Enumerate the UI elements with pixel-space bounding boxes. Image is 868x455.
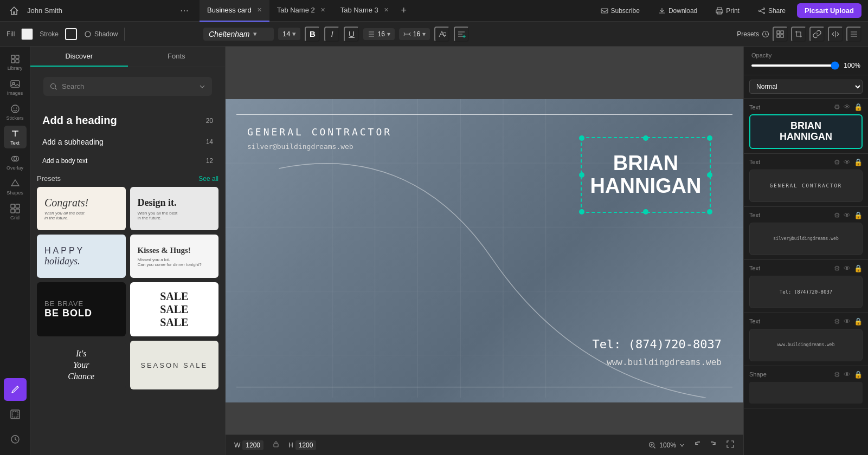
canvas-area[interactable]: GENERAL CONTRACTOR silver@buildingdreams… <box>226 47 743 455</box>
rp-settings-icon[interactable]: ⚙ <box>834 103 840 111</box>
rp-shape-settings-icon[interactable]: ⚙ <box>834 370 840 379</box>
tab-name-2[interactable]: Tab Name 2 ✕ <box>269 0 333 22</box>
sidebar-item-draw[interactable] <box>4 378 27 401</box>
underline-button[interactable]: U <box>344 27 359 42</box>
rp-lock-icon-5[interactable]: 🔒 <box>854 317 863 326</box>
sidebar-item-overlay[interactable]: Overlay <box>4 151 27 173</box>
rp-contractor-preview[interactable]: GENERAL CONTRACTOR <box>749 170 863 202</box>
web-text[interactable]: www.buildingdreams.web <box>607 357 722 367</box>
add-heading-item[interactable]: Add a heading 20 <box>37 110 218 131</box>
opacity-slider[interactable] <box>751 64 839 67</box>
undo-button[interactable] <box>693 439 703 451</box>
rp-lock-icon-3[interactable]: 🔒 <box>854 211 863 219</box>
email-text[interactable]: silver@buildingdreams.web <box>247 142 353 151</box>
handle-ml[interactable] <box>579 172 584 178</box>
tracking-control[interactable]: 16 ▾ <box>399 28 430 40</box>
rp-shape-section[interactable]: Shape ⚙ 👁 🔒 <box>744 366 868 408</box>
handle-tr[interactable] <box>707 135 712 141</box>
search-dropdown-icon[interactable] <box>199 83 205 90</box>
rp-text-block-email[interactable]: Text ⚙ 👁 🔒 silver@buildingdreams.web <box>744 207 868 260</box>
lock-icon[interactable] <box>272 440 280 450</box>
text-effects-button[interactable] <box>434 27 449 42</box>
presets-button[interactable]: Presets <box>737 30 769 38</box>
link-button[interactable] <box>809 27 825 42</box>
rp-text-block-tel[interactable]: Text ⚙ 👁 🔒 Tel: (874)720-8037 <box>744 260 868 313</box>
rp-text-block-website[interactable]: Text ⚙ 👁 🔒 www.buildingdreams.web <box>744 313 868 366</box>
shadow-button[interactable]: Shadow <box>83 30 118 38</box>
share-button[interactable]: Share <box>751 4 793 18</box>
tab-business-card[interactable]: Business card ✕ <box>200 0 269 22</box>
rp-name-preview[interactable]: BRIAN HANNIGAN <box>749 114 863 149</box>
picsart-upload-button[interactable]: Picsart Upload <box>797 3 861 18</box>
blend-mode-select[interactable]: Normal Multiply Screen Overlay <box>749 80 863 94</box>
preset-card-brave[interactable]: BE BRAVE BE BOLD <box>37 282 126 336</box>
rp-settings-icon-4[interactable]: ⚙ <box>834 264 840 272</box>
rp-eye-icon-4[interactable]: 👁 <box>844 264 851 272</box>
height-control[interactable]: H 1200 <box>288 440 316 450</box>
more-options-toolbar-button[interactable] <box>846 27 861 42</box>
italic-button[interactable]: I <box>324 27 339 42</box>
more-options-icon[interactable]: ⋯ <box>180 5 189 16</box>
handle-tm[interactable] <box>643 135 648 141</box>
sidebar-item-images[interactable]: Images <box>4 76 27 99</box>
sidebar-item-library[interactable]: Library <box>4 51 27 74</box>
redo-button[interactable] <box>708 439 717 451</box>
rp-website-preview[interactable]: www.buildingdreams.web <box>749 329 863 361</box>
add-subheading-item[interactable]: Add a subheading 14 <box>37 133 218 151</box>
font-size-control[interactable]: 14 ▾ <box>278 28 300 40</box>
see-all-link[interactable]: See all <box>198 175 218 183</box>
rp-settings-icon-5[interactable]: ⚙ <box>834 317 840 326</box>
rp-text-block-name[interactable]: Text ⚙ 👁 🔒 BRIAN HANNIGAN <box>744 99 868 154</box>
rp-tel-preview[interactable]: Tel: (874)720-8037 <box>749 276 863 308</box>
preset-card-sale[interactable]: SALE SALE SALE <box>130 282 219 336</box>
add-body-text-item[interactable]: Add a body text 12 <box>37 153 218 169</box>
preset-card-design[interactable]: Design it. Wish you all the best in the … <box>130 187 219 230</box>
handle-br[interactable] <box>707 209 712 214</box>
flip-button[interactable] <box>828 27 843 42</box>
download-button[interactable]: Download <box>651 4 704 18</box>
print-button[interactable]: Print <box>709 4 747 18</box>
zoom-control[interactable]: 100% <box>648 441 685 449</box>
handle-mr[interactable] <box>707 172 712 178</box>
handle-tl[interactable] <box>579 135 584 141</box>
font-family-selector[interactable]: Cheltenham ▾ <box>203 28 274 41</box>
rp-email-preview[interactable]: silver@buildingdreams.web <box>749 223 863 255</box>
rp-lock-icon-2[interactable]: 🔒 <box>854 158 863 166</box>
tab-close-icon[interactable]: ✕ <box>384 6 389 14</box>
fit-canvas-button[interactable] <box>726 440 735 451</box>
tab-name-3[interactable]: Tab Name 3 ✕ <box>333 0 396 22</box>
panel-tab-fonts[interactable]: Fonts <box>128 47 226 67</box>
preset-card-season[interactable]: SEASON SALE <box>130 341 219 389</box>
subscribe-button[interactable]: Subscribe <box>594 4 647 18</box>
tel-text[interactable]: Tel: (874)720-8037 <box>593 337 722 351</box>
name-box[interactable]: BRIAN HANNIGAN <box>581 137 711 213</box>
rp-text-block-contractor[interactable]: Text ⚙ 👁 🔒 GENERAL CONTRACTOR <box>744 154 868 207</box>
sidebar-item-frames[interactable] <box>4 403 27 426</box>
contractor-label[interactable]: GENERAL CONTRACTOR <box>247 126 392 138</box>
rp-settings-icon-3[interactable]: ⚙ <box>834 211 840 219</box>
rp-eye-icon[interactable]: 👁 <box>844 103 851 111</box>
sidebar-item-stickers[interactable]: Stickers <box>4 101 27 123</box>
stroke-color-swatch[interactable] <box>65 28 77 40</box>
tab-close-icon[interactable]: ✕ <box>257 6 262 14</box>
text-align-button[interactable] <box>454 27 469 42</box>
rp-shape-lock-icon[interactable]: 🔒 <box>854 370 863 379</box>
search-input[interactable] <box>62 82 195 90</box>
rp-eye-icon-3[interactable]: 👁 <box>844 211 851 219</box>
panel-tab-discover[interactable]: Discover <box>30 47 128 67</box>
preset-card-happy[interactable]: HAPPY holidays. <box>37 235 126 278</box>
rp-lock-icon-4[interactable]: 🔒 <box>854 264 863 272</box>
handle-bm[interactable] <box>643 209 648 214</box>
bold-button[interactable]: B <box>305 27 320 42</box>
rp-settings-icon-2[interactable]: ⚙ <box>834 158 840 166</box>
preset-card-kisses[interactable]: Kisses & Hugs! Missed you a lot. Can you… <box>130 235 219 278</box>
rp-eye-icon-2[interactable]: 👁 <box>844 158 851 166</box>
home-button[interactable] <box>7 3 22 18</box>
canvas[interactable]: GENERAL CONTRACTOR silver@buildingdreams… <box>226 99 743 402</box>
fill-color-swatch[interactable] <box>21 28 33 40</box>
sidebar-item-text[interactable]: Text <box>4 126 27 148</box>
rp-eye-icon-5[interactable]: 👁 <box>844 317 851 326</box>
resize-button[interactable] <box>773 27 788 42</box>
add-tab-button[interactable]: + <box>396 3 412 18</box>
handle-bl[interactable] <box>579 209 584 214</box>
